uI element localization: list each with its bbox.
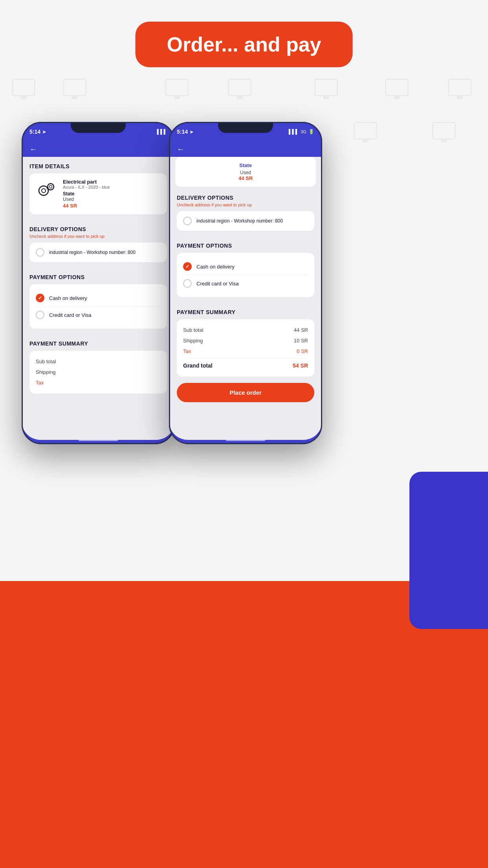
tax-label-right: Tax	[183, 348, 191, 354]
item-details-section: ITEM DETAILS	[22, 157, 175, 220]
status-time-right: 5:14	[177, 129, 188, 135]
svg-point-3	[50, 186, 52, 188]
subtotal-value-right: 44 SR	[294, 327, 308, 333]
tax-label-left: Tax	[36, 380, 44, 386]
delivery-radio-right[interactable]	[183, 217, 192, 225]
summary-tax-left: Tax	[36, 377, 161, 388]
delivery-radio-left[interactable]	[36, 248, 44, 257]
delivery-title-right: DELIVERY OPTIONS	[177, 195, 314, 201]
grand-label-right: Grand total	[183, 362, 213, 369]
svg-point-4	[43, 186, 44, 187]
bg-mid-right	[409, 472, 488, 629]
item-card-inner: Electrical part Acura - ILX - 2020 - blu…	[36, 179, 161, 209]
payment-option-2-left: Credit card or Visa	[36, 306, 161, 323]
svg-point-2	[48, 184, 54, 190]
summary-subtotal-left: Sub total	[36, 356, 161, 367]
home-indicator-right	[226, 440, 265, 441]
delivery-card-right: industrial region - Workshop number: 800	[177, 211, 314, 231]
svg-point-7	[48, 190, 49, 191]
notch-right	[218, 122, 273, 133]
shipping-value-right: 10 SR	[294, 338, 308, 344]
payment-options-title-left: PAYMENT OPTIONS	[29, 274, 167, 280]
subtotal-label-left: Sub total	[36, 359, 56, 364]
shipping-label-right: Shipping	[183, 338, 203, 344]
status-time-left: 5:14	[29, 129, 40, 135]
delivery-subtitle-right: Uncheck address if you want to pick up	[177, 202, 314, 207]
summary-grand-right: Grand total 54 SR	[183, 358, 308, 371]
delivery-card-left: industrial region - Workshop number: 800	[29, 243, 167, 262]
signal-right: ▌▌▌	[289, 129, 299, 134]
delivery-section-left: DELIVERY OPTIONS Uncheck address if you …	[22, 220, 175, 268]
payment-summary-card-right: Sub total 44 SR Shipping 10 SR Tax 0 SR	[177, 319, 314, 377]
payment-radio-2-right[interactable]	[183, 279, 192, 288]
screen-content-left: ITEM DETAILS	[22, 157, 175, 440]
payment-options-section-right: PAYMENT OPTIONS Cash on delivery Credit …	[169, 236, 322, 303]
shipping-label-left: Shipping	[36, 369, 56, 375]
svg-point-6	[39, 190, 40, 191]
delivery-subtitle-left: Uncheck address if you want to pick up	[29, 234, 167, 239]
payment-summary-section-left: PAYMENT SUMMARY Sub total Shipping Tax	[22, 334, 175, 399]
payment-options-title-right: PAYMENT OPTIONS	[177, 243, 314, 249]
nav-icon-left: ➤	[42, 129, 46, 135]
summary-shipping-left: Shipping	[36, 367, 161, 377]
header-title: Order... and pay	[167, 33, 321, 56]
item-state-val: Used	[63, 197, 110, 202]
payment-summary-title-left: PAYMENT SUMMARY	[29, 340, 167, 347]
svg-point-0	[39, 186, 48, 195]
phone-right: 5:14 ➤ ▌▌▌ 3G 🔋 ← State Used 44 SR	[169, 122, 322, 444]
delivery-option-right: industrial region - Workshop number: 800	[196, 218, 283, 224]
signal-label-right: 3G	[301, 129, 306, 134]
scrolled-state-val: Used	[182, 170, 310, 175]
item-price: 44 SR	[63, 203, 110, 209]
payment-label-2-right: Credit card or Visa	[196, 281, 238, 287]
svg-point-1	[42, 189, 46, 193]
payment-summary-section-right: PAYMENT SUMMARY Sub total 44 SR Shipping…	[169, 303, 322, 405]
place-order-button[interactable]: Place order	[177, 383, 314, 402]
tax-value-right: 0 SR	[297, 348, 308, 354]
payment-options-card-left: Cash on delivery Credit card or Visa	[29, 284, 167, 329]
item-name: Electrical part	[63, 179, 110, 185]
item-desc: Acura - ILX - 2020 - blue	[63, 185, 110, 189]
scrolled-price: 44 SR	[182, 175, 310, 181]
item-info: Electrical part Acura - ILX - 2020 - blu…	[63, 179, 110, 209]
svg-point-5	[43, 195, 44, 196]
back-button-left[interactable]: ←	[22, 142, 175, 157]
notch-left	[71, 122, 126, 133]
phone-left: 5:14 ➤ ▌▌▌ ← ITEM DETAILS	[22, 122, 175, 444]
delivery-section-right: DELIVERY OPTIONS Uncheck address if you …	[169, 191, 322, 236]
payment-radio-1-left[interactable]	[36, 294, 44, 302]
payment-label-1-right: Cash on delivery	[196, 264, 235, 270]
payment-label-1-left: Cash on delivery	[49, 295, 87, 301]
header-banner: Order... and pay	[135, 22, 352, 67]
summary-subtotal-right: Sub total 44 SR	[183, 325, 308, 335]
delivery-title-left: DELIVERY OPTIONS	[29, 226, 167, 232]
battery-left: ▌▌▌	[157, 129, 167, 134]
home-indicator-left	[79, 440, 118, 441]
payment-radio-2-left[interactable]	[36, 311, 44, 319]
part-icon	[36, 179, 57, 200]
nav-icon-right: ➤	[189, 129, 194, 135]
phone-right-screen: 5:14 ➤ ▌▌▌ 3G 🔋 ← State Used 44 SR	[169, 122, 322, 444]
back-button-right[interactable]: ←	[169, 142, 322, 157]
scrolled-item-card: State Used 44 SR	[175, 157, 316, 187]
payment-summary-card-left: Sub total Shipping Tax	[29, 351, 167, 394]
item-details-card: Electrical part Acura - ILX - 2020 - blu…	[29, 173, 167, 214]
payment-summary-title-right: PAYMENT SUMMARY	[177, 309, 314, 315]
payment-options-card-right: Cash on delivery Credit card or Visa	[177, 253, 314, 297]
delivery-option-left: industrial region - Workshop number: 800	[49, 250, 136, 255]
payment-label-2-left: Credit card or Visa	[49, 312, 91, 318]
battery-right: 🔋	[308, 129, 314, 134]
summary-tax-right: Tax 0 SR	[183, 346, 308, 357]
grand-value-right: 54 SR	[293, 362, 308, 369]
payment-radio-1-right[interactable]	[183, 262, 192, 271]
screen-content-right: State Used 44 SR DELIVERY OPTIONS Unchec…	[169, 157, 322, 440]
payment-option-2-right: Credit card or Visa	[183, 275, 308, 292]
subtotal-label-right: Sub total	[183, 327, 203, 333]
status-icons-left: ▌▌▌	[157, 129, 167, 134]
item-state-label: State	[63, 191, 110, 197]
item-details-title: ITEM DETAILS	[29, 163, 167, 169]
phone-left-screen: 5:14 ➤ ▌▌▌ ← ITEM DETAILS	[22, 122, 175, 444]
scrolled-state-label: State	[182, 162, 310, 168]
payment-option-1-right: Cash on delivery	[183, 258, 308, 275]
payment-options-section-left: PAYMENT OPTIONS Cash on delivery Credit …	[22, 268, 175, 334]
